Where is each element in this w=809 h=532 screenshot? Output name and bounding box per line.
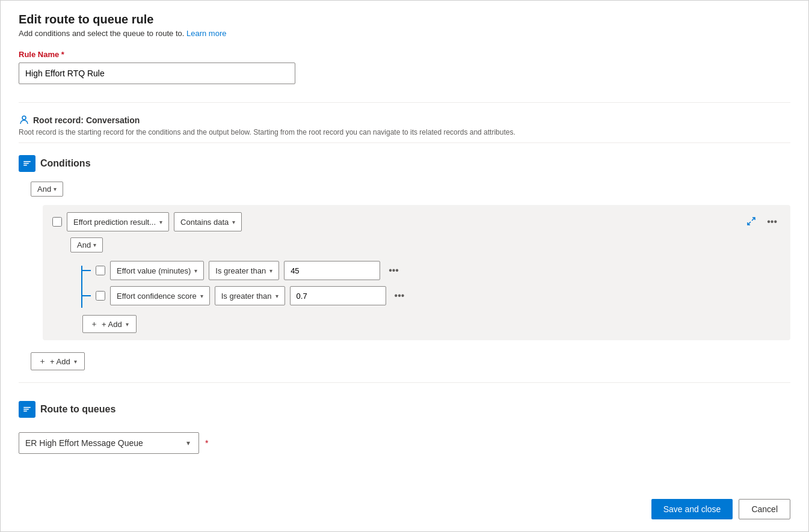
conditions-section-header: Conditions [19, 155, 790, 172]
inner-condition-row-1: Effort value (minutes) ▾ Is greater than… [82, 261, 781, 280]
route-to-queues-section: Route to queues ER High Effort Message Q… [19, 401, 790, 454]
h-connector-1 [81, 270, 91, 271]
svg-rect-4 [23, 407, 31, 408]
outer-add-chevron: ▾ [74, 358, 77, 365]
outer-add-plus: ＋ [38, 356, 46, 367]
inner-more-1-button[interactable]: ••• [385, 264, 402, 277]
top-condition-checkbox[interactable] [52, 217, 62, 227]
route-icon [22, 405, 32, 414]
top-more-button[interactable]: ••• [763, 215, 781, 228]
inner-condition-2-checkbox[interactable] [96, 291, 105, 301]
route-section-header: Route to queues [19, 401, 790, 418]
page-container: Edit route to queue rule Add conditions … [0, 0, 809, 532]
inner-field-2-dropdown[interactable]: Effort confidence score ▾ [110, 286, 210, 305]
inner-value-1-input[interactable] [284, 261, 380, 280]
top-operator-chevron: ▾ [232, 219, 235, 225]
route-section-icon-box [19, 401, 35, 418]
root-record-icon [19, 115, 29, 126]
and-inner-button[interactable]: And ▾ [70, 237, 103, 252]
inner-condition-row-2: Effort confidence score ▾ Is greater tha… [82, 286, 781, 305]
page-subtitle: Add conditions and select the queue to r… [19, 29, 790, 38]
inner-rows-container: Effort value (minutes) ▾ Is greater than… [82, 261, 781, 333]
inner-operator-2-dropdown[interactable]: Is greater than ▾ [215, 286, 285, 305]
save-and-close-button[interactable]: Save and close [651, 499, 733, 519]
rule-name-input[interactable] [19, 63, 295, 84]
conditions-title: Conditions [40, 158, 91, 169]
inner-operator-1-dropdown[interactable]: Is greater than ▾ [209, 261, 279, 280]
inner-operator-2-chevron: ▾ [275, 293, 278, 299]
inner-condition-wrapper: And ▾ Effort value (minutes) ▾ [70, 237, 781, 333]
inner-add-chevron: ▾ [126, 321, 129, 328]
and-inner-chevron: ▾ [93, 242, 96, 248]
top-field-chevron: ▾ [159, 219, 162, 225]
inner-add-button[interactable]: ＋ + Add ▾ [82, 315, 137, 333]
conditions-icon [22, 159, 32, 168]
rule-name-label: Rule Name * [19, 50, 790, 59]
outer-add-button[interactable]: ＋ + Add ▾ [31, 352, 85, 370]
inner-operator-1-chevron: ▾ [269, 268, 272, 274]
top-condition-row: Effort prediction result... ▾ Contains d… [52, 212, 781, 231]
route-section-title: Route to queues [40, 404, 115, 415]
inner-condition-1-checkbox[interactable] [96, 266, 105, 275]
h-connector-2 [81, 295, 91, 296]
conditions-section-icon [19, 155, 35, 172]
svg-rect-2 [23, 163, 29, 164]
inner-add-plus: ＋ [90, 319, 98, 329]
root-record-section: Root record: Conversation Root record is… [19, 115, 790, 136]
conditions-area: And ▾ Effort prediction result... ▾ Cont… [19, 182, 790, 370]
and-top-button[interactable]: And ▾ [31, 182, 63, 197]
top-field-dropdown[interactable]: Effort prediction result... ▾ [67, 212, 169, 231]
subtitle-text: Add conditions and select the queue to r… [19, 29, 186, 38]
svg-rect-5 [23, 409, 29, 410]
expand-button[interactable] [744, 214, 758, 230]
expand-icon [746, 216, 756, 226]
outer-add-row: ＋ + Add ▾ [31, 349, 790, 370]
learn-more-link[interactable]: Learn more [186, 29, 226, 38]
outer-condition-group: Effort prediction result... ▾ Contains d… [43, 205, 790, 340]
root-record-desc: Root record is the starting record for t… [19, 128, 790, 136]
root-record-title: Root record: Conversation [19, 115, 790, 126]
queue-dropdown-wrapper: ER High Effort Message Queue ▾ * [19, 432, 208, 454]
root-record-label: Root record: Conversation [33, 115, 140, 125]
inner-more-2-button[interactable]: ••• [391, 289, 408, 302]
divider-1 [19, 102, 790, 103]
svg-rect-3 [23, 165, 27, 166]
inner-field-2-chevron: ▾ [200, 293, 203, 299]
queue-required-star: * [205, 438, 208, 448]
svg-point-0 [22, 116, 26, 120]
svg-rect-6 [23, 411, 27, 412]
footer: Save and close Cancel [651, 499, 790, 519]
top-operator-dropdown[interactable]: Contains data ▾ [174, 212, 242, 231]
cancel-button[interactable]: Cancel [739, 499, 790, 519]
inner-value-2-input[interactable] [290, 286, 386, 305]
inner-field-1-chevron: ▾ [194, 268, 197, 274]
divider-3 [19, 382, 790, 383]
page-title: Edit route to queue rule [19, 13, 790, 26]
divider-2 [19, 142, 790, 143]
svg-rect-1 [23, 161, 31, 162]
and-top-chevron: ▾ [54, 186, 57, 192]
inner-field-1-dropdown[interactable]: Effort value (minutes) ▾ [110, 261, 204, 280]
queue-dropdown[interactable]: ER High Effort Message Queue [19, 432, 199, 454]
